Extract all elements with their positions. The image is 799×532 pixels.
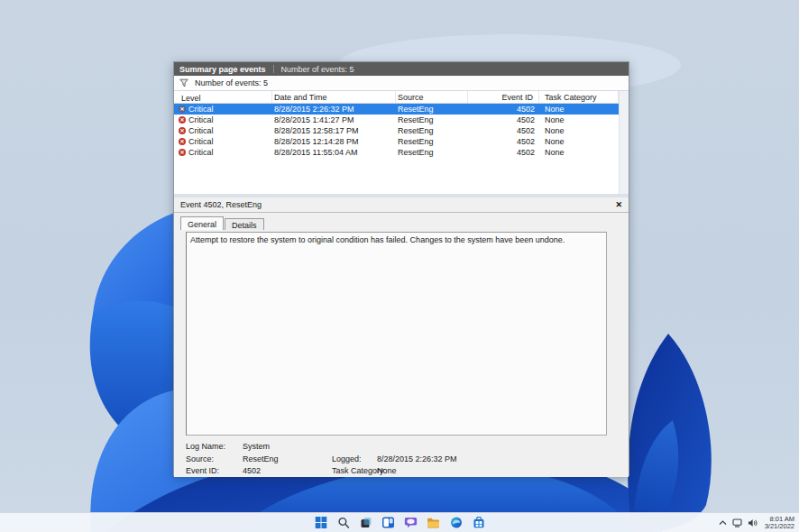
- column-header-task-category[interactable]: Task Category: [539, 91, 619, 103]
- file-explorer-button[interactable]: [427, 516, 441, 530]
- critical-error-icon: ✕: [179, 149, 186, 156]
- log-name-value: System: [243, 442, 270, 451]
- event-list: Level Date and Time Source Event ID Task…: [174, 91, 629, 194]
- column-header-level[interactable]: Level: [174, 91, 272, 103]
- desktop: { "window": { "title": "Summary page eve…: [0, 0, 799, 532]
- event-list-header: Level Date and Time Source Event ID Task…: [174, 91, 619, 104]
- details-tabs: General Details: [180, 216, 265, 230]
- widgets-icon: [382, 517, 395, 528]
- source-label: Source:: [186, 454, 214, 463]
- event-row[interactable]: ✕Critical 8/28/2015 1:41:27 PM ResetEng …: [174, 115, 619, 125]
- task-category-value: None: [377, 466, 397, 475]
- log-name-label: Log Name:: [186, 442, 225, 451]
- event-row[interactable]: ✕Critical 8/28/2015 12:14:28 PM ResetEng…: [174, 136, 619, 147]
- event-description-text: Attempt to restore the system to origina…: [190, 235, 565, 244]
- details-title: Event 4502, ResetEng: [180, 200, 615, 209]
- column-header-date[interactable]: Date and Time: [272, 91, 396, 103]
- field-row: Event ID: 4502 Task Category: None: [174, 466, 629, 477]
- tab-general[interactable]: General: [180, 216, 224, 230]
- event-id-label: Event ID:: [186, 466, 219, 475]
- edge-button[interactable]: [449, 516, 464, 530]
- network-icon[interactable]: [732, 516, 742, 530]
- close-icon[interactable]: ✕: [615, 200, 622, 209]
- pane-titlebar: Summary page events Number of events: 5: [174, 62, 629, 76]
- taskbar-icons: [314, 513, 486, 532]
- titlebar-divider: [273, 65, 274, 73]
- event-description-box[interactable]: Attempt to restore the system to origina…: [186, 232, 607, 436]
- critical-error-icon: ✕: [179, 105, 186, 113]
- widgets-button[interactable]: [381, 516, 396, 530]
- taskbar-clock[interactable]: 8:01 AM 3/21/2022: [763, 516, 794, 531]
- details-header: Event 4502, ResetEng ✕: [174, 197, 629, 213]
- column-header-event-id[interactable]: Event ID: [468, 91, 539, 103]
- start-button[interactable]: [314, 516, 328, 530]
- chat-button[interactable]: [404, 516, 418, 530]
- pane-title-count: Number of events: 5: [281, 65, 354, 74]
- search-icon: [337, 517, 349, 528]
- event-id-value: 4502: [243, 466, 261, 475]
- filter-bar-label: Number of events: 5: [195, 78, 268, 87]
- taskbar: 8:01 AM 3/21/2022: [0, 512, 799, 532]
- logged-value: 8/28/2015 2:26:32 PM: [377, 454, 457, 463]
- column-header-source[interactable]: Source: [396, 91, 468, 103]
- critical-error-icon: ✕: [179, 127, 186, 134]
- chat-icon: [405, 517, 418, 528]
- list-scrollbar-gutter: [619, 91, 629, 194]
- logged-label: Logged:: [332, 454, 362, 463]
- clock-date: 3/21/2022: [765, 523, 794, 531]
- task-view-button[interactable]: [359, 516, 373, 530]
- task-view-icon: [360, 517, 372, 528]
- critical-error-icon: ✕: [179, 116, 186, 124]
- field-row: Log Name: System: [174, 442, 629, 453]
- filter-bar[interactable]: Number of events: 5: [174, 76, 629, 91]
- critical-error-icon: ✕: [179, 138, 186, 145]
- tray-chevron-icon[interactable]: [719, 516, 727, 530]
- windows-logo-icon: [315, 517, 326, 528]
- event-row[interactable]: ✕Critical 8/28/2015 12:58:17 PM ResetEng…: [174, 125, 619, 136]
- event-viewer-window: Summary page events Number of events: 5 …: [173, 61, 629, 476]
- filter-funnel-icon: [179, 78, 188, 87]
- field-row: Source: ResetEng Logged: 8/28/2015 2:26:…: [174, 454, 629, 465]
- file-explorer-icon: [427, 518, 440, 528]
- volume-icon[interactable]: [748, 516, 758, 530]
- store-button[interactable]: [472, 516, 486, 530]
- system-tray: 8:01 AM 3/21/2022: [719, 513, 794, 532]
- search-button[interactable]: [336, 516, 351, 530]
- source-value: ResetEng: [243, 454, 279, 463]
- event-row[interactable]: ✕Critical 8/28/2015 2:26:32 PM ResetEng …: [174, 104, 619, 115]
- event-row[interactable]: ✕Critical 8/28/2015 11:55:04 AM ResetEng…: [174, 147, 619, 158]
- pane-title: Summary page events: [179, 65, 266, 74]
- event-details-pane: Event 4502, ResetEng ✕ General Details A…: [174, 197, 629, 477]
- store-icon: [473, 517, 484, 528]
- tab-details[interactable]: Details: [225, 218, 264, 230]
- edge-icon: [450, 517, 462, 528]
